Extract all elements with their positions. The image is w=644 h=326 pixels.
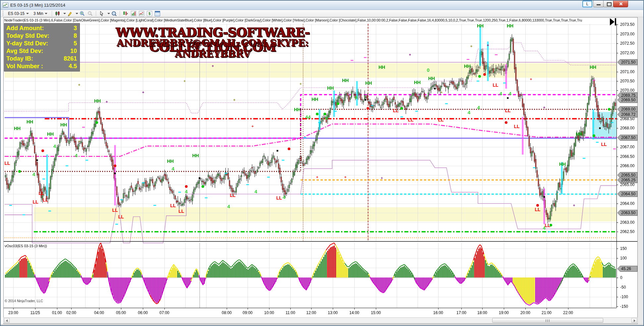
zoom-in-icon: [80, 11, 85, 16]
info-label: Vol Number :: [6, 63, 43, 70]
info-value: 4.5: [69, 63, 77, 70]
scroll-left-button[interactable]: [4, 318, 10, 323]
horizontal-scrollbar[interactable]: [3, 317, 638, 323]
interval-selector[interactable]: 3 Min: [31, 11, 49, 17]
bars-panel-button[interactable]: [130, 10, 137, 17]
indicator-panel-button[interactable]: [138, 10, 145, 17]
toolbar-separator: [52, 11, 52, 16]
pencil-icon: [67, 11, 73, 16]
account-button[interactable]: $: [146, 10, 153, 17]
copyright-text: © 2014 NinjaTrader, LLC: [5, 299, 43, 303]
link-button[interactable]: L: [582, 1, 592, 7]
title-bar: ES 03-15 (3 Min) 11/25/2014: [1, 1, 643, 10]
window-title: ES 03-15 (3 Min) 11/25/2014: [10, 3, 65, 8]
toolbar-grip[interactable]: [3, 11, 4, 16]
line-chart-icon: [139, 11, 144, 16]
zoom-in-button[interactable]: [79, 10, 86, 17]
info-value: 8261: [64, 55, 77, 63]
app-window: ES 03-15 (3 Min) 11/25/2014 L ES 03-15 3…: [0, 0, 644, 326]
chevron-down-icon: [45, 13, 47, 14]
info-value: 10: [70, 47, 77, 55]
info-value: 8: [74, 32, 77, 40]
close-button[interactable]: [613, 1, 628, 7]
svg-text:$: $: [148, 12, 150, 16]
candlestick-icon: [55, 11, 60, 16]
magnifier-icon: [111, 11, 117, 16]
chevron-down-icon[interactable]: [76, 13, 78, 14]
scrollbar-grip-icon: [546, 319, 550, 322]
chevron-down-icon: [26, 13, 29, 14]
bar-chart-icon: [131, 11, 136, 16]
minimize-button[interactable]: [593, 1, 604, 7]
scrollbar-thumb[interactable]: [492, 318, 603, 323]
chart-trader-button[interactable]: [122, 10, 129, 17]
info-label: Today Std Dev:: [6, 32, 49, 40]
instrument-label: ES 03-15: [8, 11, 25, 16]
toolbar-separator: [120, 11, 120, 16]
info-label: Y-day Std Dev:: [6, 40, 48, 47]
window-bottom-frame: [1, 324, 643, 326]
zoom-out-icon: [88, 11, 93, 16]
arrow-left-icon: [6, 319, 8, 322]
arrow-right-icon: [634, 319, 635, 322]
oscillator-label: vOsc03(ES 03-15 (3 Min)): [5, 244, 47, 248]
instrument-selector[interactable]: ES 03-15: [6, 11, 31, 17]
info-label: Avg Std Dev:: [6, 47, 43, 55]
maximize-button[interactable]: [603, 1, 614, 7]
grid-panel-icon: [155, 11, 160, 16]
scroll-right-button[interactable]: [631, 318, 637, 323]
chevron-down-icon[interactable]: [63, 13, 66, 14]
info-value: 5: [74, 40, 77, 47]
chart-toolbar: ES 03-15 3 Min: [1, 10, 643, 17]
cursor-arrow-icon: [99, 11, 104, 16]
info-value: 3: [74, 24, 77, 32]
info-label: Today IB:: [6, 55, 33, 63]
data-box-button[interactable]: [110, 10, 118, 17]
window-controls: L: [582, 1, 628, 8]
cursor-mode-button[interactable]: [98, 10, 105, 17]
chart-trader-icon: [123, 11, 128, 16]
drawing-tools-button[interactable]: [66, 10, 74, 17]
toolbar-separator: [96, 11, 96, 16]
interval-label: 3 Min: [33, 11, 43, 16]
indicator-parameters: NodeTrader(ES 03-15 (3 Min),6,False,Colo…: [4, 18, 614, 23]
data-grid-button[interactable]: [154, 10, 161, 17]
dollar-icon: $: [147, 11, 152, 16]
chart-window-icon: [3, 3, 8, 8]
indicator-info-box: Add Amount:3 Today Std Dev:8 Y-day Std D…: [4, 23, 80, 71]
chevron-down-icon[interactable]: [107, 13, 110, 14]
chart-canvas[interactable]: [1, 1, 644, 326]
info-label: Add Amount:: [6, 24, 44, 32]
zoom-out-button[interactable]: [87, 10, 94, 17]
chart-style-button[interactable]: [54, 10, 61, 17]
